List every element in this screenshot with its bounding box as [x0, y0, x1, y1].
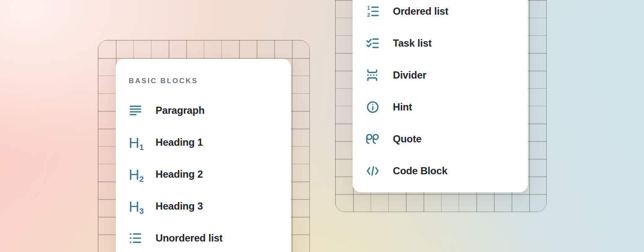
hero-background: BASIC BLOCKS ParagraphH1Heading 1H2Headi…	[0, 0, 644, 252]
basic-blocks-menu-card: BASIC BLOCKS ParagraphH1Heading 1H2Headi…	[116, 59, 291, 252]
menu-item-ordered-list[interactable]: 12Ordered list	[366, 0, 528, 27]
menu-item-label: Paragraph	[156, 105, 205, 116]
heading-1-icon: H1	[129, 135, 143, 150]
menu-item-label: Ordered list	[393, 5, 448, 17]
menu-item-label: Hint	[393, 101, 412, 113]
menu-item-paragraph[interactable]: Paragraph	[129, 94, 291, 126]
menu-item-code-block[interactable]: Code Block	[366, 155, 528, 187]
unordered-list-icon	[129, 231, 143, 245]
task-list-icon	[366, 37, 380, 50]
divider-icon	[366, 68, 380, 82]
menu-item-label: Divider	[393, 69, 426, 81]
menu-item-label: Heading 2	[156, 168, 203, 180]
heading-2-icon: H2	[129, 167, 143, 182]
svg-text:2: 2	[367, 12, 370, 18]
blocks-menu-card-continued: 12Ordered listTask listDividerHintQuoteC…	[353, 0, 528, 192]
menu-item-quote[interactable]: Quote	[366, 123, 528, 155]
heading-3-icon: H3	[129, 199, 143, 214]
menu-item-label: Quote	[393, 133, 421, 145]
menu-item-heading-1[interactable]: H1Heading 1	[129, 126, 291, 158]
menu-item-label: Heading 1	[156, 136, 203, 148]
menu-item-label: Heading 3	[156, 200, 203, 212]
ordered-list-icon: 12	[366, 5, 380, 18]
quote-icon	[366, 132, 380, 146]
svg-text:1: 1	[367, 5, 370, 11]
menu-item-label: Task list	[393, 37, 431, 49]
menu-item-label: Unordered list	[156, 232, 223, 244]
code-block-icon	[366, 164, 380, 178]
section-header-basic-blocks: BASIC BLOCKS	[129, 76, 291, 86]
hint-icon	[366, 100, 380, 114]
menu-item-task-list[interactable]: Task list	[366, 27, 528, 59]
menu-item-heading-3[interactable]: H3Heading 3	[129, 190, 291, 222]
menu-list-basic-blocks: ParagraphH1Heading 1H2Heading 2H3Heading…	[129, 94, 291, 252]
paragraph-icon	[129, 104, 143, 117]
menu-item-hint[interactable]: Hint	[366, 91, 528, 123]
menu-list-more-blocks: 12Ordered listTask listDividerHintQuoteC…	[366, 0, 528, 187]
menu-item-label: Code Block	[393, 165, 447, 177]
menu-item-divider[interactable]: Divider	[366, 59, 528, 91]
menu-item-heading-2[interactable]: H2Heading 2	[129, 158, 291, 190]
menu-item-unordered-list[interactable]: Unordered list	[129, 222, 291, 252]
